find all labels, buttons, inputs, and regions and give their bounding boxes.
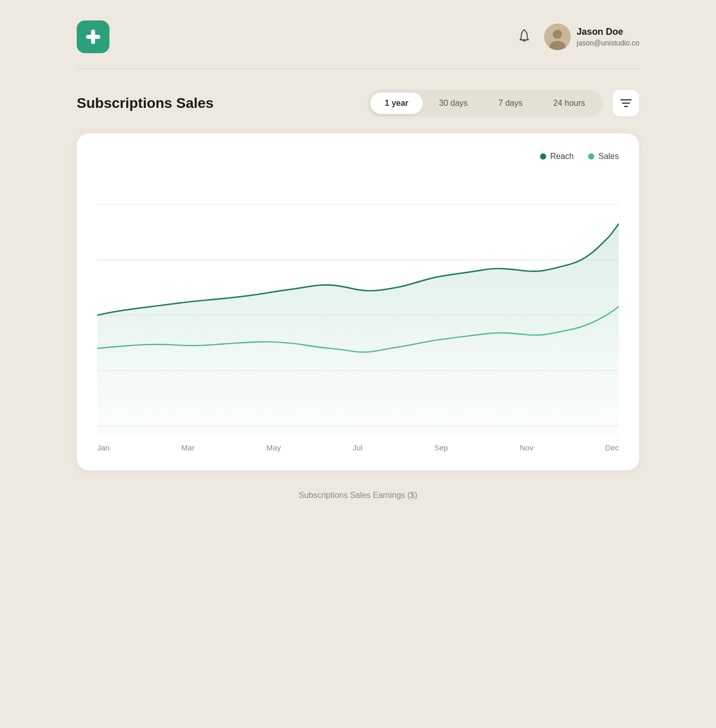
filter-7days[interactable]: 7 days (484, 93, 537, 114)
time-filter-group: 1 year 30 days 7 days 24 hours (367, 89, 602, 117)
chart-svg (97, 171, 619, 437)
x-label-dec: Dec (605, 443, 619, 452)
sales-label: Sales (598, 152, 619, 161)
user-profile[interactable]: Jason Doe jason@unistudio.co (544, 24, 639, 50)
chart-area (97, 171, 619, 437)
user-name: Jason Doe (577, 26, 639, 38)
filter-lines-icon (620, 99, 632, 107)
reach-dot (540, 153, 546, 160)
x-label-jul: Jul (353, 443, 363, 452)
filter-24hours[interactable]: 24 hours (539, 93, 599, 114)
reach-label: Reach (550, 152, 574, 161)
x-label-sep: Sep (434, 443, 448, 452)
svg-rect-5 (620, 99, 632, 101)
logo-button[interactable] (77, 20, 109, 53)
filter-options-button[interactable] (613, 90, 639, 117)
legend-reach: Reach (540, 152, 574, 161)
filter-30days[interactable]: 30 days (425, 93, 482, 114)
filter-1year[interactable]: 1 year (370, 93, 422, 114)
page-title: Subscriptions Sales (77, 95, 214, 111)
svg-rect-7 (624, 106, 628, 107)
svg-rect-6 (622, 103, 630, 104)
section-header: Subscriptions Sales 1 year 30 days 7 day… (77, 89, 639, 117)
user-text: Jason Doe jason@unistudio.co (577, 26, 639, 48)
sales-dot (588, 153, 594, 160)
header-right: Jason Doe jason@unistudio.co (517, 24, 639, 50)
avatar (544, 24, 571, 50)
chart-subtitle: Subscriptions Sales Earnings ($) (77, 491, 639, 500)
notification-bell[interactable] (517, 28, 532, 46)
x-label-may: May (266, 443, 281, 452)
x-label-nov: Nov (520, 443, 533, 452)
x-label-mar: Mar (182, 443, 195, 452)
user-email: jason@unistudio.co (577, 38, 639, 48)
plus-icon (84, 28, 102, 46)
svg-rect-1 (86, 35, 100, 39)
avatar-image (544, 24, 571, 50)
bell-icon (517, 28, 532, 43)
chart-legend: Reach Sales (97, 152, 619, 161)
chart-card: Reach Sales (77, 133, 639, 470)
x-label-jan: Jan (97, 443, 109, 452)
x-axis-labels: Jan Mar May Jul Sep Nov Dec (97, 437, 619, 452)
legend-sales: Sales (588, 152, 619, 161)
svg-point-3 (553, 30, 562, 39)
main-content: Subscriptions Sales 1 year 30 days 7 day… (77, 69, 639, 520)
app-header: Jason Doe jason@unistudio.co (77, 0, 639, 69)
